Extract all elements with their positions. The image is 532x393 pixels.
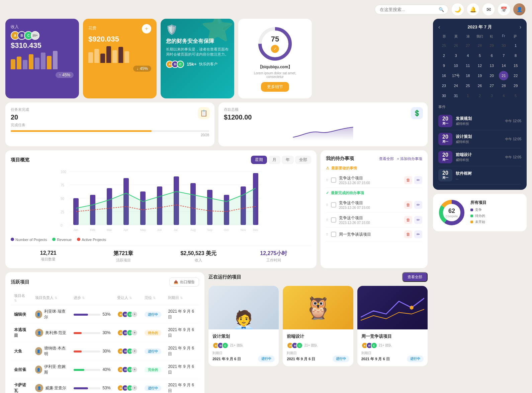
cal-day-25[interactable]: 20: [487, 71, 497, 80]
todo-add[interactable]: + 添加待办事项: [397, 156, 422, 161]
cal-day-16[interactable]: 11: [463, 61, 472, 70]
cal-day-7[interactable]: 2: [439, 51, 449, 60]
cal-day-26[interactable]: 21: [499, 71, 508, 80]
todo-checkbox-3[interactable]: [331, 217, 336, 223]
next-month-button[interactable]: ›: [520, 24, 521, 30]
drag-handle-3[interactable]: ⠿: [326, 218, 328, 222]
drag-handle-2[interactable]: ⠿: [326, 203, 328, 207]
cal-day-0[interactable]: 25: [439, 41, 449, 50]
edit-button-1[interactable]: ✏: [414, 176, 422, 184]
bar-8: [53, 51, 58, 69]
ebar-2: [94, 49, 99, 63]
todo-checkbox-1[interactable]: [331, 177, 336, 183]
cell-assignee-0: A B C +: [114, 305, 141, 324]
sort-name-icon[interactable]: ⇅: [14, 299, 17, 302]
theme-toggle[interactable]: 🌙: [452, 3, 464, 15]
cal-day-41[interactable]: 5: [511, 91, 520, 100]
gauge-desc: Lorem ipsum dolor sat amet, consectetur: [245, 71, 305, 79]
delete-button-4[interactable]: 🗑: [404, 230, 412, 238]
search-input[interactable]: [380, 7, 436, 12]
sort-progress-icon[interactable]: ⇅: [82, 296, 85, 300]
tab-all[interactable]: 全部: [295, 156, 311, 164]
cal-day-1[interactable]: 26: [451, 41, 461, 50]
view-all-button[interactable]: 查看全部: [402, 272, 428, 282]
delete-button-2[interactable]: 🗑: [404, 201, 412, 209]
sort-status-icon[interactable]: ⇅: [153, 296, 156, 300]
edit-button-4[interactable]: ✏: [414, 230, 422, 238]
cal-day-14[interactable]: 9: [439, 61, 449, 70]
svg-text:May: May: [140, 228, 146, 232]
cal-day-2[interactable]: 27: [463, 41, 472, 50]
legend-sq-not-started: [470, 221, 473, 223]
todo-checkbox-2[interactable]: [331, 202, 336, 208]
cal-day-40[interactable]: 4: [499, 91, 508, 100]
cal-day-27[interactable]: 22: [511, 71, 520, 80]
delete-button-1[interactable]: 🗑: [404, 176, 412, 184]
cal-day-29[interactable]: 24: [451, 81, 461, 90]
project-1-status: 进行中: [258, 356, 275, 362]
cal-day-28[interactable]: 23: [439, 81, 449, 90]
col-name: 项目名 ⇅: [11, 291, 32, 305]
cal-day-23[interactable]: 18: [463, 71, 472, 80]
gauge-detail-button[interactable]: 更多细节: [261, 82, 289, 92]
project-illustration-1: 🧑‍💼: [232, 311, 255, 329]
tab-week[interactable]: 星期: [251, 156, 267, 164]
delete-button-3[interactable]: 🗑: [404, 216, 412, 224]
cal-day-35[interactable]: 30: [439, 91, 449, 100]
col-progress: 进步 ⇅: [70, 291, 114, 305]
drag-handle-4[interactable]: ⠿: [326, 233, 328, 236]
cal-day-10[interactable]: 5: [475, 51, 484, 60]
cal-day-4[interactable]: 29: [487, 41, 497, 50]
tab-month[interactable]: 月: [268, 156, 280, 164]
notifications-button[interactable]: 🔔: [467, 3, 479, 15]
cal-day-5[interactable]: 30: [499, 41, 508, 50]
user-avatar[interactable]: 👤: [513, 3, 525, 15]
sort-assignee-icon[interactable]: ⇅: [129, 296, 132, 300]
prev-month-button[interactable]: ‹: [438, 24, 440, 30]
cal-day-6[interactable]: 1: [511, 41, 520, 50]
edit-button-3[interactable]: ✏: [414, 216, 422, 224]
event-name-1: 设计策划: [456, 134, 502, 140]
cal-day-21[interactable]: 16: [439, 71, 449, 80]
cal-day-20[interactable]: 15: [511, 61, 520, 70]
calendar-button[interactable]: 📅: [498, 3, 510, 15]
ebar-5: [112, 50, 117, 63]
cal-day-32[interactable]: 27: [487, 81, 497, 90]
cal-day-9[interactable]: 4: [463, 51, 472, 60]
drag-handle-1[interactable]: ⠿: [326, 178, 328, 182]
tab-year[interactable]: 年: [282, 156, 294, 164]
cal-day-39[interactable]: 3: [487, 91, 497, 100]
sort-due-icon[interactable]: ⇅: [180, 296, 183, 300]
todo-view-all[interactable]: 查看全部: [379, 156, 394, 161]
cal-day-37[interactable]: 1: [463, 91, 472, 100]
cal-day-11[interactable]: 6: [487, 51, 497, 60]
cal-day-12[interactable]: 7: [499, 51, 508, 60]
col-due: 到期日 ⇅: [165, 291, 199, 305]
cal-day-24[interactable]: 19: [475, 71, 484, 80]
cal-day-33[interactable]: 28: [499, 81, 508, 90]
todo-item-3: ⠿ 竞争这个项目 2023-12-26 07:15:00 🗑 ✏: [326, 213, 422, 228]
add-expense-button[interactable]: +: [142, 24, 151, 33]
cal-day-18[interactable]: 13: [487, 61, 497, 70]
export-button[interactable]: 📤 出口报告: [169, 278, 199, 287]
security-card: 🛡️ 您的财务安全有保障 长期以来的事实是，读者在查看页面布局时会被页面的可读内…: [161, 19, 234, 98]
cal-day-36[interactable]: 31: [451, 91, 461, 100]
cal-day-3[interactable]: 28: [475, 41, 484, 50]
sort-manager-icon[interactable]: ⇅: [55, 296, 57, 300]
cal-day-34[interactable]: 29: [511, 81, 520, 90]
todo-title: 我的待办事项: [326, 156, 354, 162]
ebar-1: [88, 52, 93, 63]
cal-day-31[interactable]: 26: [475, 81, 484, 90]
cal-day-15[interactable]: 10: [451, 61, 461, 70]
cal-day-17[interactable]: 12: [475, 61, 484, 70]
cal-day-13[interactable]: 8: [511, 51, 520, 60]
mail-button[interactable]: ✉: [482, 3, 495, 15]
todo-checkbox-4[interactable]: [331, 232, 336, 237]
edit-button-2[interactable]: ✏: [414, 201, 422, 209]
cal-day-38[interactable]: 2: [475, 91, 484, 100]
cal-day-30[interactable]: 25: [463, 81, 472, 90]
cal-day-8[interactable]: 3: [451, 51, 461, 60]
cal-day-19[interactable]: 14: [499, 61, 508, 70]
event-day-0: 周一: [438, 122, 452, 126]
cal-day-22[interactable]: 17号: [451, 71, 461, 80]
